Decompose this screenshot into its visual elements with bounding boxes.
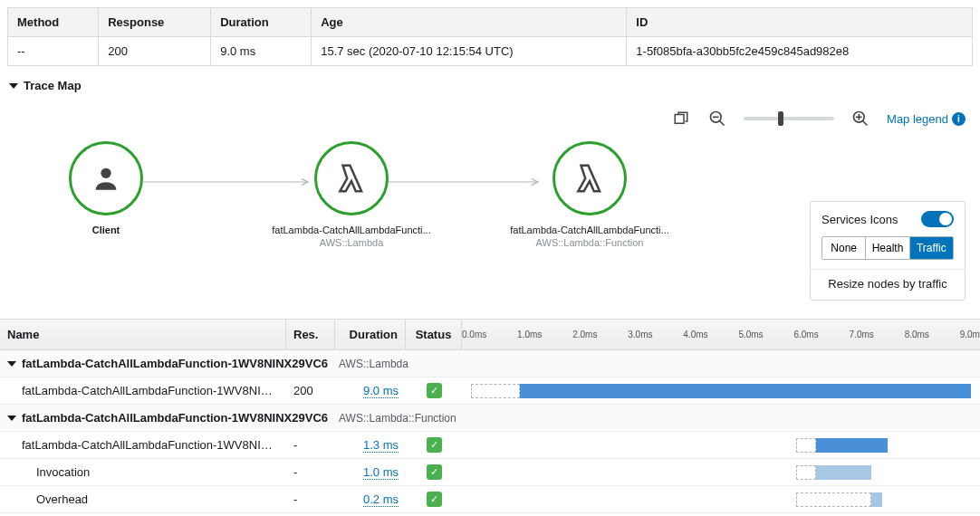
row-duration: 0.2 ms <box>335 487 406 511</box>
graph-node-client[interactable]: Client <box>69 141 143 235</box>
row-duration: 1.3 ms <box>335 433 406 457</box>
th-id: ID <box>627 8 973 37</box>
row-duration: 1.0 ms <box>335 460 406 484</box>
ok-icon: ✓ <box>427 437 442 453</box>
tick-label: 5.0ms <box>738 330 763 339</box>
ok-icon: ✓ <box>427 492 442 507</box>
th-res[interactable]: Res. <box>286 320 335 349</box>
caret-down-icon <box>7 416 16 421</box>
resize-none-button[interactable]: None <box>822 237 865 259</box>
timeline-row[interactable]: fatLambda-CatchAllLambdaFunction-1WV8NIN… <box>0 377 980 405</box>
row-bar-chart <box>462 487 980 512</box>
row-name: fatLambda-CatchAllLambdaFunction-1WV8NIN… <box>0 378 286 403</box>
tick-label: 9.0m <box>960 330 980 339</box>
group-name: fatLambda-CatchAllLambdaFunction-1WV8NIN… <box>22 411 328 425</box>
svg-line-2 <box>720 121 725 126</box>
group-name: fatLambda-CatchAllLambdaFunction-1WV8NIN… <box>22 357 328 370</box>
th-method: Method <box>8 8 99 37</box>
ok-icon: ✓ <box>427 383 442 398</box>
map-legend-link[interactable]: Map legend i <box>887 112 966 126</box>
segment-timeline: Name Res. Duration Status 0.0ms1.0ms2.0m… <box>0 319 980 513</box>
row-res: 200 <box>286 378 335 403</box>
trace-map-graph[interactable]: Client fatLambda-CatchAllLambdaFuncti...… <box>7 138 973 301</box>
row-res: - <box>286 460 335 484</box>
tick-label: 4.0ms <box>683 330 707 339</box>
node-label: fatLambda-CatchAllLambdaFuncti... <box>504 225 676 235</box>
map-controls: Map legend i <box>0 100 980 138</box>
node-label: fatLambda-CatchAllLambdaFuncti... <box>265 225 437 235</box>
th-age: Age <box>312 8 627 37</box>
th-dur[interactable]: Duration <box>335 320 406 349</box>
options-footer: Resize nodes by traffic <box>811 269 965 300</box>
caret-down-icon <box>7 361 16 367</box>
resize-traffic-button[interactable]: Traffic <box>909 237 953 259</box>
td-response: 200 <box>99 37 211 66</box>
node-label: Client <box>69 225 143 235</box>
timeline-row[interactable]: Invocation-1.0 ms✓ <box>0 459 980 486</box>
group-type: AWS::Lambda <box>339 358 408 370</box>
th-status[interactable]: Status <box>406 320 462 349</box>
node-sublabel: AWS::Lambda::Function <box>504 237 676 248</box>
resize-health-button[interactable]: Health <box>865 237 908 259</box>
row-name: Overhead <box>0 487 286 511</box>
zoom-slider[interactable] <box>744 117 834 120</box>
th-name[interactable]: Name <box>0 320 286 349</box>
row-status: ✓ <box>406 486 462 512</box>
svg-point-10 <box>101 168 110 178</box>
row-name: Invocation <box>0 460 286 484</box>
tick-label: 0.0ms <box>462 330 486 339</box>
row-name: fatLambda-CatchAllLambdaFunction-1WV8NIN… <box>0 433 286 457</box>
tick-label: 1.0ms <box>517 330 542 339</box>
td-id: 1-5f085bfa-a30bb5fc2e459c845ad982e8 <box>627 37 973 66</box>
tick-label: 3.0ms <box>628 330 652 339</box>
row-res: - <box>286 433 335 457</box>
tick-label: 6.0ms <box>793 330 818 339</box>
trace-map-toggle[interactable]: Trace Map <box>0 66 980 100</box>
row-status: ✓ <box>406 459 462 485</box>
trace-map-label: Trace Map <box>24 79 82 92</box>
info-icon: i <box>952 112 966 126</box>
group-type: AWS::Lambda::Function <box>339 412 456 425</box>
row-duration: 9.0 ms <box>335 378 406 403</box>
tick-label: 7.0ms <box>850 330 874 339</box>
graph-node-lambda[interactable]: fatLambda-CatchAllLambdaFuncti... AWS::L… <box>265 141 437 248</box>
zoom-in-icon[interactable] <box>850 109 870 129</box>
services-icons-toggle[interactable] <box>921 211 954 227</box>
user-icon <box>91 163 121 194</box>
lambda-icon <box>334 161 369 196</box>
th-duration: Duration <box>211 8 312 37</box>
timeline-ticks: 0.0ms1.0ms2.0ms3.0ms4.0ms5.0ms6.0ms7.0ms… <box>462 321 980 348</box>
row-bar-chart <box>462 378 980 404</box>
svg-line-5 <box>863 121 868 126</box>
svg-rect-0 <box>675 115 684 124</box>
timeline-row[interactable]: fatLambda-CatchAllLambdaFunction-1WV8NIN… <box>0 432 980 459</box>
map-options-panel: Services Icons None Health Traffic Resiz… <box>810 201 966 301</box>
tick-label: 2.0ms <box>572 330 597 339</box>
ok-icon: ✓ <box>427 464 442 480</box>
td-method: -- <box>8 37 99 66</box>
td-age: 15.7 sec (2020-07-10 12:15:54 UTC) <box>312 37 627 66</box>
row-res: - <box>286 487 335 511</box>
caret-down-icon <box>9 83 18 89</box>
timeline-row[interactable]: Overhead-0.2 ms✓ <box>0 486 980 513</box>
zoom-slider-thumb[interactable] <box>778 111 783 126</box>
tick-label: 8.0ms <box>905 330 929 339</box>
timeline-group-header[interactable]: fatLambda-CatchAllLambdaFunction-1WV8NIN… <box>0 405 980 432</box>
resize-mode-buttons: None Health Traffic <box>821 236 954 260</box>
th-response: Response <box>99 8 211 37</box>
node-sublabel: AWS::Lambda <box>265 237 437 248</box>
timeline-group-header[interactable]: fatLambda-CatchAllLambdaFunction-1WV8NIN… <box>0 350 980 377</box>
timeline-header: Name Res. Duration Status 0.0ms1.0ms2.0m… <box>0 319 980 350</box>
fit-to-screen-icon[interactable] <box>671 109 691 129</box>
trace-metadata-table: Method Response Duration Age ID -- 200 9… <box>7 7 973 66</box>
td-duration: 9.0 ms <box>211 37 312 66</box>
lambda-icon <box>572 161 607 196</box>
row-status: ✓ <box>406 432 462 458</box>
row-status: ✓ <box>406 377 462 404</box>
row-bar-chart <box>462 433 980 458</box>
graph-node-lambda-function[interactable]: fatLambda-CatchAllLambdaFuncti... AWS::L… <box>504 141 676 248</box>
row-bar-chart <box>462 460 980 485</box>
services-icons-label: Services Icons <box>821 213 898 226</box>
zoom-out-icon[interactable] <box>707 109 727 129</box>
